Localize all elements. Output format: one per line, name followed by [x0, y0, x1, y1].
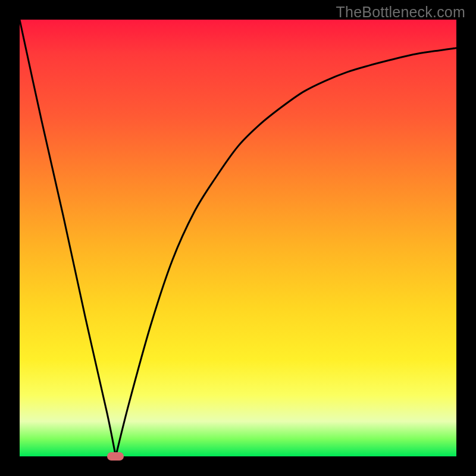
- chart-frame: TheBottleneck.com: [0, 0, 476, 476]
- watermark-text: TheBottleneck.com: [336, 4, 465, 21]
- plot-area: [20, 20, 456, 456]
- minimum-marker: [107, 452, 124, 461]
- bottleneck-curve: [20, 20, 456, 456]
